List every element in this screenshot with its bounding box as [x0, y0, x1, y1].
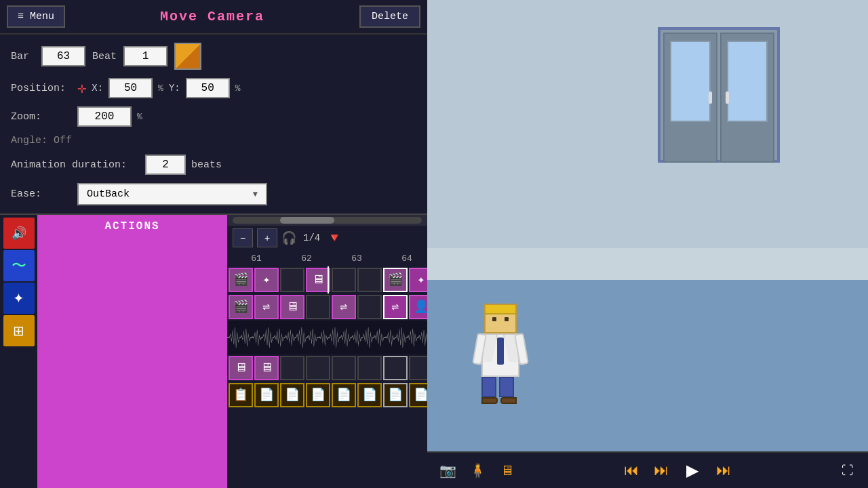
ruler-mark-63: 63	[332, 253, 382, 264]
timeline-area: − + 🎧 1/4 🔻 61 62 63 64 65	[227, 215, 427, 488]
animation-duration-row: Animation duration: beats	[11, 155, 416, 175]
tl-cell[interactable]	[357, 268, 382, 292]
person-icon: 👤	[414, 301, 427, 313]
screen-toggle-icon: 🖥	[500, 463, 514, 479]
doc2-icon: 📄	[259, 389, 274, 401]
tl-cell[interactable]: 🎬	[229, 295, 253, 319]
character-toggle-button[interactable]: 🧍	[465, 458, 490, 483]
tl-cell[interactable]: 📄	[306, 383, 330, 407]
angle-label: Angle: Off	[11, 135, 72, 146]
swap-icon: ⇌	[263, 301, 271, 313]
actions-area: ACTIONS	[37, 215, 227, 488]
beat-input[interactable]	[123, 46, 167, 66]
timeline-ruler: 61 62 63 64 65	[227, 250, 427, 266]
tl-cell-playhead3[interactable]	[383, 356, 408, 380]
tl-cell[interactable]	[409, 356, 427, 380]
tl-cell[interactable]	[280, 356, 304, 380]
tl-cell[interactable]: 🖥	[254, 356, 279, 380]
tl-cell[interactable]: 📋	[229, 383, 253, 407]
tl-cell[interactable]	[306, 356, 330, 380]
preview-area	[427, 0, 868, 451]
zoom-input[interactable]	[77, 106, 132, 127]
tl-cell[interactable]: 📄	[409, 383, 427, 407]
step-forward-button[interactable]: ⏭	[711, 458, 736, 483]
actions-content	[37, 238, 227, 488]
grid-button[interactable]: ⊞	[3, 315, 35, 346]
tl-cell[interactable]: ✦	[409, 268, 427, 292]
crosshair-icon[interactable]: ✛	[77, 79, 86, 98]
tl-cell[interactable]: 📄	[357, 383, 382, 407]
animation-duration-input[interactable]	[145, 155, 186, 175]
tl-cell[interactable]: 📄	[332, 383, 356, 407]
screen-icon: 🖥	[312, 274, 324, 286]
ruler-mark-64: 64	[382, 253, 427, 264]
zoom-row: Zoom: %	[11, 106, 416, 127]
zoom-label: Zoom:	[11, 111, 72, 123]
fullscreen-button[interactable]: ⛶	[835, 458, 860, 483]
tl-cell[interactable]	[357, 356, 382, 380]
tl-cell[interactable]: 🖥	[306, 268, 330, 292]
tl-cell[interactable]: 📄	[280, 383, 304, 407]
bottom-panel: 🔊 〜 ✦ ⊞ ACTIONS	[0, 214, 427, 488]
camera-toggle-button[interactable]: 📷	[435, 458, 460, 483]
tl-cell[interactable]: ✦	[254, 268, 279, 292]
tl-cell-playhead2[interactable]: ⇌	[383, 295, 408, 319]
scrollbar-thumb[interactable]	[280, 217, 334, 224]
scrollbar-track[interactable]	[233, 217, 422, 224]
y-percent: %	[235, 83, 241, 94]
play-button[interactable]: ▶	[679, 457, 706, 484]
controls-area: Bar Beat Position: ✛ X: % Y: % Zoom:	[0, 35, 427, 214]
sidebar-icons: 🔊 〜 ✦ ⊞	[0, 215, 37, 488]
ruler-mark-61: 61	[231, 253, 281, 264]
screen-toggle-button[interactable]: 🖥	[495, 458, 519, 483]
tl-cell[interactable]: 📄	[254, 383, 279, 407]
tl-cell[interactable]	[332, 268, 356, 292]
pulse-button[interactable]: 〜	[3, 250, 35, 281]
bar-beat-row: Bar Beat	[11, 43, 416, 70]
tl-cell[interactable]: 🎬	[229, 268, 253, 292]
bar-input[interactable]	[41, 46, 85, 66]
rewind-all-button[interactable]: ⏮	[619, 458, 644, 483]
screen2-icon: 🖥	[235, 362, 247, 374]
x-input[interactable]	[108, 78, 153, 98]
menu-button[interactable]: ≡ Menu	[7, 5, 65, 28]
pulse-icon: 〜	[12, 256, 26, 276]
swap2-icon: ⇌	[340, 301, 348, 313]
tl-cell[interactable]: 👤	[409, 295, 427, 319]
tl-cell[interactable]: 🖥	[280, 295, 304, 319]
step-back-button[interactable]: ⏭	[649, 458, 673, 483]
character-toggle-icon: 🧍	[469, 462, 486, 479]
x-percent: %	[158, 83, 163, 94]
tl-cell-playhead4[interactable]: 📄	[383, 383, 408, 407]
timeline-top-controls: − + 🎧 1/4 🔻	[227, 226, 427, 250]
film-icon: 🎬	[233, 301, 248, 313]
color-swatch[interactable]	[174, 43, 201, 70]
tl-cell[interactable]: ⇌	[254, 295, 279, 319]
speaker-button[interactable]: 🔊	[3, 218, 35, 249]
y-input[interactable]	[186, 78, 230, 98]
animation-duration-label: Animation duration:	[11, 159, 140, 171]
play-icon: ▶	[686, 461, 698, 480]
tl-cell[interactable]: ⇌	[332, 295, 356, 319]
doc-icon: 📋	[233, 389, 248, 401]
timeline-scrollbar[interactable]	[227, 215, 427, 226]
x-label: X:	[92, 83, 103, 94]
timeline-plus-button[interactable]: +	[257, 228, 277, 247]
screen3-icon: 🖥	[260, 362, 273, 374]
ease-dropdown-button[interactable]: OutBack ▼	[77, 183, 267, 205]
camera-toggle-icon: 📷	[439, 462, 456, 479]
tl-cell[interactable]	[357, 295, 382, 319]
tl-cell[interactable]	[306, 295, 330, 319]
tl-cell-playhead[interactable]: 🎬	[383, 268, 408, 292]
ease-dropdown[interactable]: OutBack ▼	[77, 183, 267, 205]
filter-icon: 🔻	[327, 230, 342, 245]
tl-cell[interactable]: 🖥	[229, 356, 253, 380]
delete-button[interactable]: Delete	[359, 5, 420, 28]
star-button[interactable]: ✦	[3, 283, 35, 314]
tl-cell[interactable]	[280, 268, 304, 292]
swap3-icon: ⇌	[392, 301, 399, 313]
timeline-minus-button[interactable]: −	[233, 228, 253, 247]
playback-controls: 📷 🧍 🖥 ⏮ ⏭ ▶ ⏭ ⛶	[427, 451, 868, 488]
tl-cell[interactable]	[332, 356, 356, 380]
sparkle-icon: ✦	[263, 274, 271, 286]
